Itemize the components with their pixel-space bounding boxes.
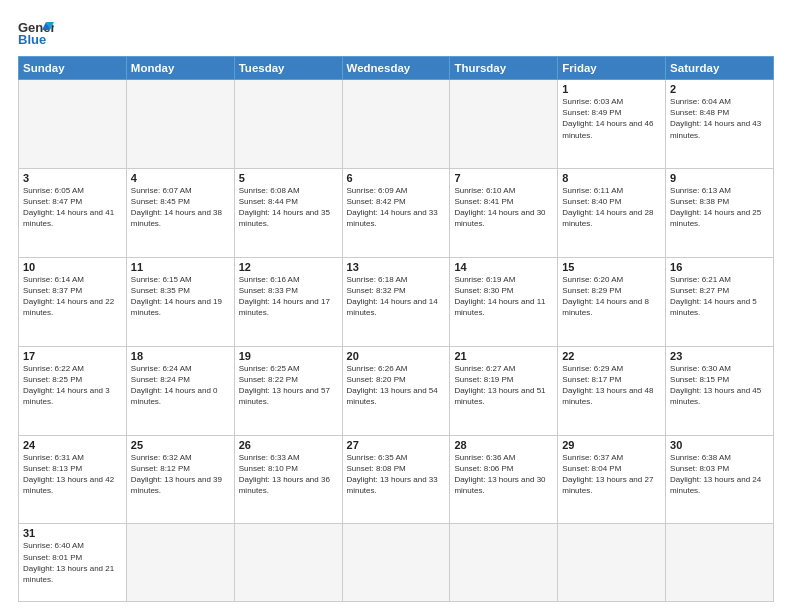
day-number: 22 — [562, 350, 661, 362]
calendar-cell — [19, 80, 127, 169]
calendar-cell: 31Sunrise: 6:40 AM Sunset: 8:01 PM Dayli… — [19, 524, 127, 602]
calendar-cell — [126, 80, 234, 169]
day-number: 5 — [239, 172, 338, 184]
day-info: Sunrise: 6:20 AM Sunset: 8:29 PM Dayligh… — [562, 274, 661, 319]
calendar-cell: 1Sunrise: 6:03 AM Sunset: 8:49 PM Daylig… — [558, 80, 666, 169]
day-number: 14 — [454, 261, 553, 273]
calendar-cell: 10Sunrise: 6:14 AM Sunset: 8:37 PM Dayli… — [19, 257, 127, 346]
day-info: Sunrise: 6:13 AM Sunset: 8:38 PM Dayligh… — [670, 185, 769, 230]
calendar-cell: 9Sunrise: 6:13 AM Sunset: 8:38 PM Daylig… — [666, 168, 774, 257]
weekday-header-monday: Monday — [126, 57, 234, 80]
calendar-cell: 11Sunrise: 6:15 AM Sunset: 8:35 PM Dayli… — [126, 257, 234, 346]
weekday-header-friday: Friday — [558, 57, 666, 80]
calendar-week-4: 17Sunrise: 6:22 AM Sunset: 8:25 PM Dayli… — [19, 346, 774, 435]
day-number: 21 — [454, 350, 553, 362]
svg-text:Blue: Blue — [18, 32, 46, 46]
header: General Blue — [18, 18, 774, 46]
day-info: Sunrise: 6:04 AM Sunset: 8:48 PM Dayligh… — [670, 96, 769, 141]
day-number: 2 — [670, 83, 769, 95]
calendar-cell: 23Sunrise: 6:30 AM Sunset: 8:15 PM Dayli… — [666, 346, 774, 435]
day-info: Sunrise: 6:36 AM Sunset: 8:06 PM Dayligh… — [454, 452, 553, 497]
day-info: Sunrise: 6:22 AM Sunset: 8:25 PM Dayligh… — [23, 363, 122, 408]
calendar-cell: 25Sunrise: 6:32 AM Sunset: 8:12 PM Dayli… — [126, 435, 234, 524]
calendar-cell: 21Sunrise: 6:27 AM Sunset: 8:19 PM Dayli… — [450, 346, 558, 435]
calendar-cell — [450, 80, 558, 169]
day-number: 27 — [347, 439, 446, 451]
day-info: Sunrise: 6:38 AM Sunset: 8:03 PM Dayligh… — [670, 452, 769, 497]
day-info: Sunrise: 6:26 AM Sunset: 8:20 PM Dayligh… — [347, 363, 446, 408]
day-info: Sunrise: 6:16 AM Sunset: 8:33 PM Dayligh… — [239, 274, 338, 319]
day-number: 23 — [670, 350, 769, 362]
calendar-cell: 27Sunrise: 6:35 AM Sunset: 8:08 PM Dayli… — [342, 435, 450, 524]
day-info: Sunrise: 6:14 AM Sunset: 8:37 PM Dayligh… — [23, 274, 122, 319]
day-info: Sunrise: 6:15 AM Sunset: 8:35 PM Dayligh… — [131, 274, 230, 319]
calendar-week-1: 1Sunrise: 6:03 AM Sunset: 8:49 PM Daylig… — [19, 80, 774, 169]
day-number: 8 — [562, 172, 661, 184]
day-number: 31 — [23, 527, 122, 539]
calendar-cell — [234, 524, 342, 602]
day-number: 10 — [23, 261, 122, 273]
day-info: Sunrise: 6:07 AM Sunset: 8:45 PM Dayligh… — [131, 185, 230, 230]
day-info: Sunrise: 6:37 AM Sunset: 8:04 PM Dayligh… — [562, 452, 661, 497]
day-number: 17 — [23, 350, 122, 362]
calendar-cell: 19Sunrise: 6:25 AM Sunset: 8:22 PM Dayli… — [234, 346, 342, 435]
day-info: Sunrise: 6:31 AM Sunset: 8:13 PM Dayligh… — [23, 452, 122, 497]
day-number: 4 — [131, 172, 230, 184]
day-info: Sunrise: 6:30 AM Sunset: 8:15 PM Dayligh… — [670, 363, 769, 408]
day-number: 13 — [347, 261, 446, 273]
day-info: Sunrise: 6:08 AM Sunset: 8:44 PM Dayligh… — [239, 185, 338, 230]
weekday-header-saturday: Saturday — [666, 57, 774, 80]
calendar-week-2: 3Sunrise: 6:05 AM Sunset: 8:47 PM Daylig… — [19, 168, 774, 257]
calendar-cell — [234, 80, 342, 169]
logo: General Blue — [18, 18, 54, 46]
calendar-cell: 16Sunrise: 6:21 AM Sunset: 8:27 PM Dayli… — [666, 257, 774, 346]
day-info: Sunrise: 6:05 AM Sunset: 8:47 PM Dayligh… — [23, 185, 122, 230]
weekday-header-tuesday: Tuesday — [234, 57, 342, 80]
calendar-cell: 29Sunrise: 6:37 AM Sunset: 8:04 PM Dayli… — [558, 435, 666, 524]
calendar-cell: 5Sunrise: 6:08 AM Sunset: 8:44 PM Daylig… — [234, 168, 342, 257]
day-info: Sunrise: 6:09 AM Sunset: 8:42 PM Dayligh… — [347, 185, 446, 230]
calendar-table: SundayMondayTuesdayWednesdayThursdayFrid… — [18, 56, 774, 602]
day-info: Sunrise: 6:03 AM Sunset: 8:49 PM Dayligh… — [562, 96, 661, 141]
calendar-cell: 14Sunrise: 6:19 AM Sunset: 8:30 PM Dayli… — [450, 257, 558, 346]
day-info: Sunrise: 6:24 AM Sunset: 8:24 PM Dayligh… — [131, 363, 230, 408]
calendar-cell: 15Sunrise: 6:20 AM Sunset: 8:29 PM Dayli… — [558, 257, 666, 346]
day-info: Sunrise: 6:33 AM Sunset: 8:10 PM Dayligh… — [239, 452, 338, 497]
day-number: 30 — [670, 439, 769, 451]
calendar-cell: 8Sunrise: 6:11 AM Sunset: 8:40 PM Daylig… — [558, 168, 666, 257]
calendar-cell: 6Sunrise: 6:09 AM Sunset: 8:42 PM Daylig… — [342, 168, 450, 257]
day-number: 28 — [454, 439, 553, 451]
day-info: Sunrise: 6:19 AM Sunset: 8:30 PM Dayligh… — [454, 274, 553, 319]
calendar-cell: 20Sunrise: 6:26 AM Sunset: 8:20 PM Dayli… — [342, 346, 450, 435]
day-number: 7 — [454, 172, 553, 184]
calendar-cell — [126, 524, 234, 602]
calendar-cell — [558, 524, 666, 602]
day-number: 12 — [239, 261, 338, 273]
calendar-cell: 17Sunrise: 6:22 AM Sunset: 8:25 PM Dayli… — [19, 346, 127, 435]
day-info: Sunrise: 6:35 AM Sunset: 8:08 PM Dayligh… — [347, 452, 446, 497]
day-number: 16 — [670, 261, 769, 273]
calendar-cell: 12Sunrise: 6:16 AM Sunset: 8:33 PM Dayli… — [234, 257, 342, 346]
calendar-cell: 7Sunrise: 6:10 AM Sunset: 8:41 PM Daylig… — [450, 168, 558, 257]
day-info: Sunrise: 6:18 AM Sunset: 8:32 PM Dayligh… — [347, 274, 446, 319]
calendar-week-6: 31Sunrise: 6:40 AM Sunset: 8:01 PM Dayli… — [19, 524, 774, 602]
weekday-header-wednesday: Wednesday — [342, 57, 450, 80]
day-info: Sunrise: 6:11 AM Sunset: 8:40 PM Dayligh… — [562, 185, 661, 230]
calendar-cell: 22Sunrise: 6:29 AM Sunset: 8:17 PM Dayli… — [558, 346, 666, 435]
calendar-cell — [342, 80, 450, 169]
calendar-cell: 4Sunrise: 6:07 AM Sunset: 8:45 PM Daylig… — [126, 168, 234, 257]
weekday-header-row: SundayMondayTuesdayWednesdayThursdayFrid… — [19, 57, 774, 80]
calendar-cell: 3Sunrise: 6:05 AM Sunset: 8:47 PM Daylig… — [19, 168, 127, 257]
calendar-cell — [450, 524, 558, 602]
day-number: 19 — [239, 350, 338, 362]
page: General Blue SundayMondayTuesdayWednesda… — [0, 0, 792, 612]
day-number: 3 — [23, 172, 122, 184]
day-number: 25 — [131, 439, 230, 451]
day-info: Sunrise: 6:29 AM Sunset: 8:17 PM Dayligh… — [562, 363, 661, 408]
weekday-header-thursday: Thursday — [450, 57, 558, 80]
calendar-week-3: 10Sunrise: 6:14 AM Sunset: 8:37 PM Dayli… — [19, 257, 774, 346]
calendar-cell: 18Sunrise: 6:24 AM Sunset: 8:24 PM Dayli… — [126, 346, 234, 435]
weekday-header-sunday: Sunday — [19, 57, 127, 80]
day-number: 9 — [670, 172, 769, 184]
calendar-cell: 2Sunrise: 6:04 AM Sunset: 8:48 PM Daylig… — [666, 80, 774, 169]
